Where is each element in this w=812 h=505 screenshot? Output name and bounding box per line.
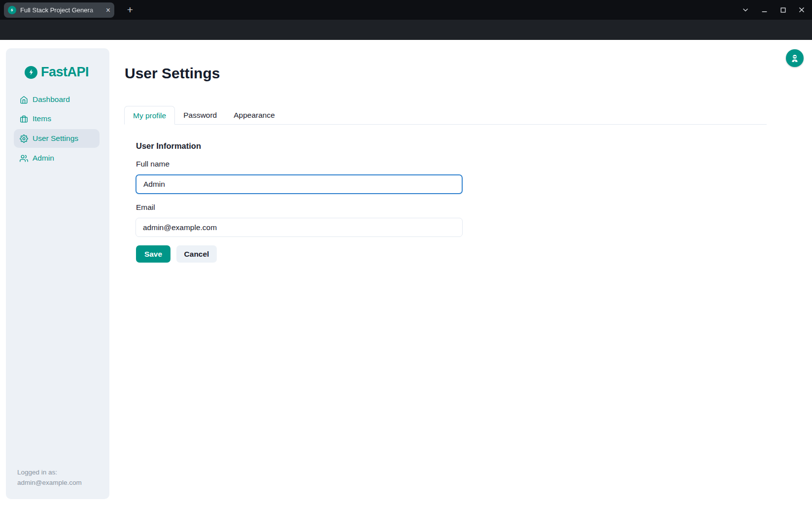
fastapi-logo-icon xyxy=(25,66,37,79)
minimize-button[interactable] xyxy=(759,4,770,15)
browser-titlebar: Full Stack Project Genera × + xyxy=(0,0,812,20)
sidebar-item-dashboard[interactable]: Dashboard xyxy=(14,90,100,109)
users-icon xyxy=(20,154,28,163)
fastapi-logo-text: FastAPI xyxy=(41,65,89,80)
browser-tab[interactable]: Full Stack Project Genera × xyxy=(4,2,114,18)
sidebar-item-user-settings[interactable]: User Settings xyxy=(14,129,100,148)
user-astronaut-icon xyxy=(790,53,800,63)
full-name-input[interactable] xyxy=(135,174,463,194)
full-name-label: Full name xyxy=(136,160,169,168)
sidebar-item-admin[interactable]: Admin xyxy=(14,149,100,168)
new-tab-button[interactable]: + xyxy=(124,3,136,17)
logged-in-email: admin@example.com xyxy=(17,477,82,488)
logged-in-footer: Logged in as: admin@example.com xyxy=(17,467,82,488)
sidebar-item-label: Dashboard xyxy=(33,95,70,104)
tab-close-icon[interactable]: × xyxy=(106,6,110,14)
settings-tablist: My profile Password Appearance xyxy=(124,106,767,125)
logged-in-label: Logged in as: xyxy=(17,467,82,477)
sidebar-item-items[interactable]: Items xyxy=(14,109,100,128)
tab-my-profile[interactable]: My profile xyxy=(124,106,175,125)
briefcase-icon xyxy=(20,115,28,123)
tab-appearance[interactable]: Appearance xyxy=(225,106,283,125)
browser-toolbar: i localhost/settings 1 xyxy=(0,20,812,40)
sidebar-item-label: User Settings xyxy=(33,134,78,143)
tab-password[interactable]: Password xyxy=(175,106,225,125)
maximize-button[interactable] xyxy=(778,4,788,15)
app-page: FastAPI Dashboard Items User Settings Ad… xyxy=(0,40,812,505)
sidebar: FastAPI Dashboard Items User Settings Ad… xyxy=(6,48,109,499)
fastapi-favicon-icon xyxy=(8,6,16,14)
page-title: User Settings xyxy=(125,65,220,82)
sidebar-item-label: Admin xyxy=(33,154,54,163)
save-button[interactable]: Save xyxy=(136,245,170,263)
tab-title: Full Stack Project Genera xyxy=(20,6,104,14)
fastapi-logo: FastAPI xyxy=(25,65,89,80)
cancel-button[interactable]: Cancel xyxy=(176,245,217,263)
email-input[interactable] xyxy=(135,218,463,237)
email-label: Email xyxy=(136,203,155,212)
sidebar-item-label: Items xyxy=(33,114,51,123)
chevron-down-icon[interactable] xyxy=(740,4,751,15)
gear-icon xyxy=(20,135,28,143)
close-window-button[interactable] xyxy=(796,4,807,15)
user-menu-button[interactable] xyxy=(786,49,804,67)
home-icon xyxy=(20,96,28,104)
section-title: User Information xyxy=(136,141,201,151)
